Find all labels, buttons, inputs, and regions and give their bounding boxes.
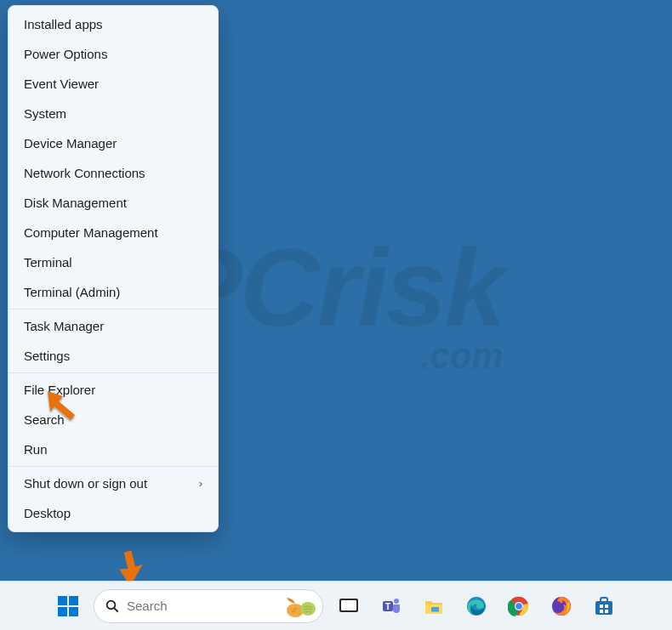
menu-item-shut-down-or-sign-out[interactable]: Shut down or sign out› [9,468,218,498]
start-button[interactable] [51,589,85,623]
menu-item-desktop[interactable]: Desktop [9,498,218,528]
svg-point-2 [107,600,116,609]
taskbar-chrome[interactable] [502,589,536,623]
taskbar-teams[interactable]: T [374,589,408,623]
menu-item-file-explorer[interactable]: File Explorer [9,375,218,405]
svg-point-16 [515,603,522,610]
task-view-icon [338,595,360,617]
menu-item-label: Event Viewer [24,77,99,91]
svg-line-3 [114,608,118,612]
taskbar-firefox[interactable] [544,589,578,623]
menu-item-terminal[interactable]: Terminal [9,247,218,277]
menu-item-installed-apps[interactable]: Installed apps [9,9,218,39]
menu-separator [9,309,218,309]
menu-item-terminal-admin[interactable]: Terminal (Admin) [9,277,218,307]
search-icon [105,599,120,614]
menu-item-run[interactable]: Run [9,434,218,464]
taskbar-edge[interactable] [459,589,493,623]
menu-item-settings[interactable]: Settings [9,341,218,371]
menu-separator [9,372,218,373]
menu-item-label: System [24,106,66,121]
svg-rect-22 [605,610,608,613]
chrome-icon [508,595,530,617]
menu-item-disk-management[interactable]: Disk Management [9,188,218,218]
svg-rect-19 [600,604,603,608]
menu-item-label: Computer Management [24,225,158,240]
microsoft-store-icon [593,595,615,617]
menu-item-computer-management[interactable]: Computer Management [9,218,218,247]
menu-item-label: Desktop [24,506,71,520]
edge-icon [465,595,487,617]
menu-item-label: Device Manager [24,136,117,150]
taskbar-task-view[interactable] [332,589,366,623]
file-explorer-icon [423,595,445,617]
chevron-right-icon: › [199,477,202,490]
svg-point-10 [394,599,399,604]
menu-item-label: Power Options [24,47,107,61]
menu-item-label: Settings [24,349,70,363]
menu-item-label: Network Connections [24,166,145,180]
menu-item-label: Run [24,442,48,457]
menu-item-label: Search [24,412,65,427]
menu-item-task-manager[interactable]: Task Manager [9,311,218,341]
svg-rect-18 [595,601,612,615]
menu-item-system[interactable]: System [9,99,218,128]
svg-rect-7 [341,600,356,610]
menu-item-event-viewer[interactable]: Event Viewer [9,69,218,99]
windows-logo-icon [58,596,78,616]
menu-item-label: Installed apps [24,17,103,31]
menu-item-label: Terminal (Admin) [24,285,120,299]
menu-item-label: Shut down or sign out [24,476,147,491]
menu-item-label: Terminal [24,255,72,270]
search-decoration-icon [283,595,317,619]
menu-item-label: Task Manager [24,319,104,333]
menu-item-device-manager[interactable]: Device Manager [9,128,218,158]
watermark: PCrisk.com [168,224,504,377]
taskbar-search[interactable] [94,589,323,623]
taskbar-microsoft-store[interactable] [587,589,621,623]
menu-item-label: File Explorer [24,383,95,397]
taskbar-file-explorer[interactable] [417,589,451,623]
menu-separator [9,466,218,467]
teams-icon: T [380,595,402,617]
firefox-icon [550,595,572,617]
svg-rect-21 [600,610,603,613]
menu-item-network-connections[interactable]: Network Connections [9,158,218,188]
menu-item-search[interactable]: Search [9,405,218,434]
svg-text:T: T [385,602,390,611]
menu-item-label: Disk Management [24,196,127,210]
svg-rect-20 [605,604,608,608]
start-context-menu: Installed appsPower OptionsEvent ViewerS… [8,5,219,532]
svg-rect-12 [431,607,439,612]
menu-item-power-options[interactable]: Power Options [9,39,218,69]
taskbar: T [0,581,672,630]
